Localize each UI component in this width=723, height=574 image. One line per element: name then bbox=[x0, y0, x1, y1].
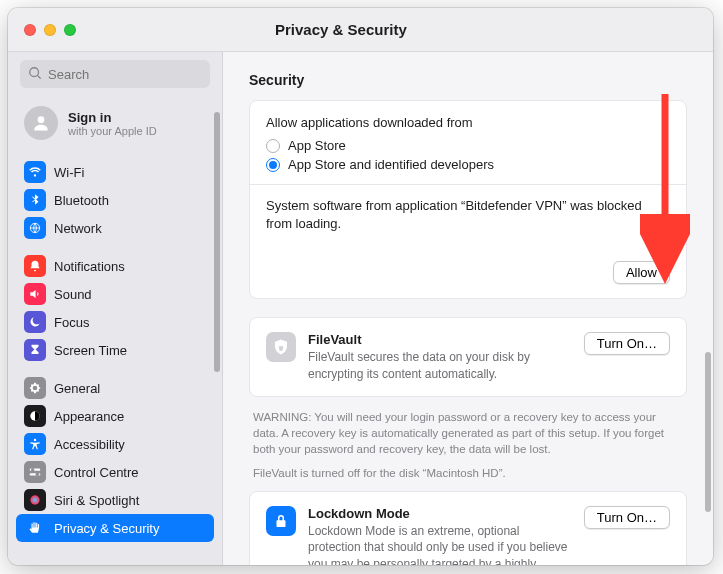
filevault-status: FileVault is turned off for the disk “Ma… bbox=[253, 465, 683, 481]
sidebar-item-label: Focus bbox=[54, 315, 89, 330]
search-field[interactable] bbox=[20, 60, 210, 88]
sidebar-item-label: General bbox=[54, 381, 100, 396]
blocked-message: System software from application “Bitdef… bbox=[266, 197, 670, 233]
sign-in-row[interactable]: Sign in with your Apple ID bbox=[8, 96, 222, 154]
sidebar-item-screentime[interactable]: Screen Time bbox=[16, 336, 214, 364]
filevault-desc: FileVault secures the data on your disk … bbox=[308, 349, 572, 381]
lockdown-turn-on-button[interactable]: Turn On… bbox=[584, 506, 670, 529]
sidebar-item-label: Bluetooth bbox=[54, 193, 109, 208]
svg-point-5 bbox=[34, 439, 36, 441]
sidebar-item-label: Siri & Spotlight bbox=[54, 493, 139, 508]
speaker-icon bbox=[24, 283, 46, 305]
sidebar-item-bluetooth[interactable]: Bluetooth bbox=[16, 186, 214, 214]
sidebar-item-sound[interactable]: Sound bbox=[16, 280, 214, 308]
minimize-window-button[interactable] bbox=[44, 24, 56, 36]
bell-icon bbox=[24, 255, 46, 277]
sidebar-item-appearance[interactable]: Appearance bbox=[16, 402, 214, 430]
sidebar-item-wifi[interactable]: Wi-Fi bbox=[16, 158, 214, 186]
sidebar-item-label: Accessibility bbox=[54, 437, 125, 452]
search-icon bbox=[28, 66, 42, 83]
lockdown-icon bbox=[266, 506, 296, 536]
sidebar: Sign in with your Apple ID Wi-FiBluetoot… bbox=[8, 52, 223, 565]
divider bbox=[250, 184, 686, 185]
sidebar-item-network[interactable]: Network bbox=[16, 214, 214, 242]
security-heading: Security bbox=[249, 72, 687, 88]
sidebar-item-siri[interactable]: Siri & Spotlight bbox=[16, 486, 214, 514]
allow-button[interactable]: Allow bbox=[613, 261, 670, 284]
svg-line-1 bbox=[38, 75, 41, 78]
wifi-icon bbox=[24, 161, 46, 183]
radio-label: App Store bbox=[288, 138, 346, 153]
radio-label: App Store and identified developers bbox=[288, 157, 494, 172]
lockdown-desc: Lockdown Mode is an extreme, optional pr… bbox=[308, 523, 572, 565]
sidebar-item-label: Notifications bbox=[54, 259, 125, 274]
sidebar-scrollbar[interactable] bbox=[214, 112, 220, 372]
settings-window: Privacy & Security Sign in with your App… bbox=[8, 8, 713, 565]
avatar-icon bbox=[24, 106, 58, 140]
sidebar-item-label: Sound bbox=[54, 287, 92, 302]
switches-icon bbox=[24, 461, 46, 483]
lockdown-title: Lockdown Mode bbox=[308, 506, 572, 521]
accessibility-icon bbox=[24, 433, 46, 455]
sidebar-item-controlcentre[interactable]: Control Centre bbox=[16, 458, 214, 486]
filevault-icon bbox=[266, 332, 296, 362]
window-controls bbox=[8, 24, 223, 36]
allow-from-label: Allow applications downloaded from bbox=[266, 115, 670, 130]
sidebar-list: Wi-FiBluetoothNetworkNotificationsSoundF… bbox=[8, 154, 222, 565]
appearance-icon bbox=[24, 405, 46, 427]
sidebar-item-label: Appearance bbox=[54, 409, 124, 424]
page-title: Privacy & Security bbox=[223, 21, 407, 38]
filevault-turn-on-button[interactable]: Turn On… bbox=[584, 332, 670, 355]
svg-point-9 bbox=[36, 473, 40, 477]
sign-in-label: Sign in bbox=[68, 110, 157, 125]
zoom-window-button[interactable] bbox=[64, 24, 76, 36]
sidebar-item-label: Screen Time bbox=[54, 343, 127, 358]
radio-app-store-identified[interactable]: App Store and identified developers bbox=[266, 157, 670, 172]
filevault-card: FileVault FileVault secures the data on … bbox=[249, 317, 687, 396]
sidebar-item-label: Wi-Fi bbox=[54, 165, 84, 180]
search-input[interactable] bbox=[48, 67, 202, 82]
sidebar-item-label: Control Centre bbox=[54, 465, 139, 480]
hourglass-icon bbox=[24, 339, 46, 361]
sidebar-item-general[interactable]: General bbox=[16, 374, 214, 402]
content-scrollbar[interactable] bbox=[705, 352, 711, 512]
radio-app-store[interactable]: App Store bbox=[266, 138, 670, 153]
sidebar-item-label: Network bbox=[54, 221, 102, 236]
svg-point-8 bbox=[31, 468, 35, 472]
radio-icon bbox=[266, 158, 280, 172]
filevault-warning: WARNING: You will need your login passwo… bbox=[253, 409, 683, 457]
sidebar-item-privacy[interactable]: Privacy & Security bbox=[16, 514, 214, 542]
allow-applications-card: Allow applications downloaded from App S… bbox=[249, 100, 687, 299]
sign-in-sublabel: with your Apple ID bbox=[68, 125, 157, 137]
content-pane: Security Allow applications downloaded f… bbox=[223, 52, 713, 565]
moon-icon bbox=[24, 311, 46, 333]
titlebar: Privacy & Security bbox=[8, 8, 713, 52]
radio-icon bbox=[266, 139, 280, 153]
globe-icon bbox=[24, 217, 46, 239]
svg-point-10 bbox=[30, 495, 39, 504]
close-window-button[interactable] bbox=[24, 24, 36, 36]
gear-icon bbox=[24, 377, 46, 399]
sidebar-item-focus[interactable]: Focus bbox=[16, 308, 214, 336]
siri-icon bbox=[24, 489, 46, 511]
svg-point-2 bbox=[38, 116, 45, 123]
filevault-title: FileVault bbox=[308, 332, 572, 347]
sidebar-item-notifications[interactable]: Notifications bbox=[16, 252, 214, 280]
sidebar-item-label: Privacy & Security bbox=[54, 521, 159, 536]
sidebar-item-accessibility[interactable]: Accessibility bbox=[16, 430, 214, 458]
bluetooth-icon bbox=[24, 189, 46, 211]
lockdown-card: Lockdown Mode Lockdown Mode is an extrem… bbox=[249, 491, 687, 565]
hand-icon bbox=[24, 517, 46, 539]
